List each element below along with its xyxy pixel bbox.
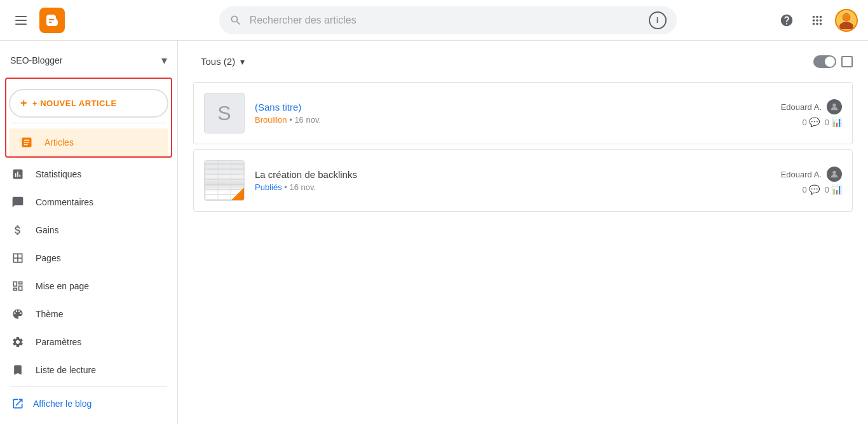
article-status-1: Brouillon: [255, 115, 287, 125]
article-thumbnail-2: [204, 160, 245, 201]
filter-label: Tous (2): [201, 56, 235, 67]
article-status-2: Publiés: [255, 182, 282, 192]
filter-chevron-icon: ▾: [240, 57, 245, 67]
article-thumbnail-1: S: [204, 93, 245, 133]
sidebar-item-pages[interactable]: Pages: [0, 244, 167, 272]
article-date-2: 16 nov.: [289, 182, 316, 192]
gains-icon: [10, 224, 25, 236]
main-layout: SEO-Blogger ▾ + + NOUVEL ARTICLE Article…: [0, 41, 868, 424]
sidebar-item-theme[interactable]: Thème: [0, 300, 167, 328]
sidebar-item-articles[interactable]: Articles: [9, 128, 168, 156]
table-row[interactable]: S (Sans titre) Brouillon • 16 nov. Edoua…: [193, 82, 853, 144]
blog-selector[interactable]: SEO-Blogger ▾: [0, 48, 177, 78]
blog-name: SEO-Blogger: [10, 55, 62, 65]
avatar[interactable]: [835, 9, 858, 32]
article-meta-1: Brouillon • 16 nov.: [255, 115, 771, 125]
stats-icon: [10, 168, 25, 181]
reading-icon: [10, 364, 25, 376]
topbar-left: [10, 8, 175, 33]
pages-icon: [10, 252, 25, 264]
view-blog-link[interactable]: Afficher le blog: [0, 390, 177, 418]
topbar: i: [0, 0, 868, 41]
external-link-icon: [10, 397, 25, 410]
article-meta-2: Publiés • 16 nov.: [255, 182, 771, 192]
stat-comments-1: 0 💬: [803, 117, 820, 127]
table-row[interactable]: La création de backlinks Publiés • 16 no…: [193, 149, 853, 212]
article-list: S (Sans titre) Brouillon • 16 nov. Edoua…: [193, 82, 853, 212]
article-right-2: Edouard A. 0 💬: [781, 167, 842, 195]
help-button[interactable]: [774, 8, 799, 33]
stat-comments-count-2: 0: [803, 185, 807, 195]
author-avatar-2: [827, 167, 842, 182]
article-date-1: 16 nov.: [294, 115, 321, 125]
theme-icon: [10, 308, 25, 320]
article-stats-2: 0 💬 0 📊: [803, 184, 842, 195]
info-icon[interactable]: i: [649, 11, 667, 29]
article-stats-1: 0 💬 0 📊: [803, 117, 842, 127]
stat-views-count-2: 0: [825, 185, 829, 195]
chevron-down-icon: ▾: [161, 53, 167, 67]
sidebar-item-statistiques[interactable]: Statistiques: [0, 160, 167, 188]
sidebar-label-liste-de-lecture: Liste de lecture: [36, 365, 96, 375]
sidebar-label-gains: Gains: [36, 225, 59, 235]
sidebar: SEO-Blogger ▾ + + NOUVEL ARTICLE Article…: [0, 41, 178, 424]
views-stat-icon-2: 📊: [831, 184, 842, 195]
content-header: Tous (2) ▾: [193, 51, 853, 72]
article-info-1: (Sans titre) Brouillon • 16 nov.: [255, 102, 771, 125]
stat-views-2: 0 📊: [825, 184, 842, 195]
article-author-1: Edouard A.: [781, 99, 842, 114]
sidebar-item-parametres[interactable]: Paramètres: [0, 328, 167, 356]
sidebar-label-commentaires: Commentaires: [36, 197, 93, 207]
sidebar-label-pages: Pages: [36, 253, 61, 263]
toggle-switch[interactable]: [813, 55, 836, 68]
search-input[interactable]: [250, 15, 641, 26]
article-title-1: (Sans titre): [255, 102, 771, 113]
content-area: Tous (2) ▾ S (Sans titre) Brouillon • 16…: [178, 41, 868, 424]
stat-comments-2: 0 💬: [803, 184, 820, 195]
comments-icon: [10, 196, 25, 209]
stat-views-count-1: 0: [825, 118, 829, 127]
article-info-2: La création de backlinks Publiés • 16 no…: [255, 169, 771, 192]
sidebar-item-commentaires[interactable]: Commentaires: [0, 188, 167, 216]
svg-point-3: [832, 104, 836, 107]
articles-icon: [19, 136, 34, 149]
header-actions: [813, 55, 853, 68]
apps-button[interactable]: [804, 8, 830, 33]
svg-point-4: [832, 171, 836, 174]
article-title-2: La création de backlinks: [255, 169, 771, 180]
sidebar-item-mise-en-page[interactable]: Mise en page: [0, 272, 167, 300]
sidebar-label-articles: Articles: [44, 137, 74, 147]
view-blog-label: Afficher le blog: [33, 399, 92, 409]
blogger-logo: [39, 8, 65, 33]
article-author-2: Edouard A.: [781, 167, 842, 182]
comment-stat-icon-2: 💬: [809, 184, 820, 195]
sidebar-label-statistiques: Statistiques: [36, 169, 81, 179]
author-name-1: Edouard A.: [781, 102, 822, 112]
plus-icon: +: [20, 97, 27, 110]
svg-point-1: [839, 22, 853, 29]
article-right-1: Edouard A. 0 💬: [781, 99, 842, 127]
search-icon: [229, 14, 242, 27]
author-avatar-1: [827, 99, 842, 114]
topbar-right: [764, 8, 858, 33]
new-article-button[interactable]: + + NOUVEL ARTICLE: [9, 89, 168, 118]
select-all-checkbox[interactable]: [841, 56, 853, 67]
comment-stat-icon-1: 💬: [809, 117, 820, 127]
new-article-label: + NOUVEL ARTICLE: [32, 99, 117, 108]
sidebar-label-theme: Thème: [36, 309, 64, 319]
author-name-2: Edouard A.: [781, 170, 822, 179]
sidebar-item-gains[interactable]: Gains: [0, 216, 167, 244]
stat-comments-count-1: 0: [803, 118, 807, 127]
sidebar-label-parametres: Paramètres: [36, 337, 81, 347]
search-bar: i: [219, 6, 677, 34]
views-stat-icon-1: 📊: [831, 117, 842, 127]
layout-icon: [10, 280, 25, 292]
stat-views-1: 0 📊: [825, 117, 842, 127]
sidebar-label-mise-en-page: Mise en page: [36, 281, 89, 291]
filter-dropdown[interactable]: Tous (2) ▾: [193, 51, 252, 72]
settings-icon: [10, 336, 25, 348]
hamburger-icon[interactable]: [10, 11, 32, 30]
sidebar-item-liste-de-lecture[interactable]: Liste de lecture: [0, 356, 167, 384]
